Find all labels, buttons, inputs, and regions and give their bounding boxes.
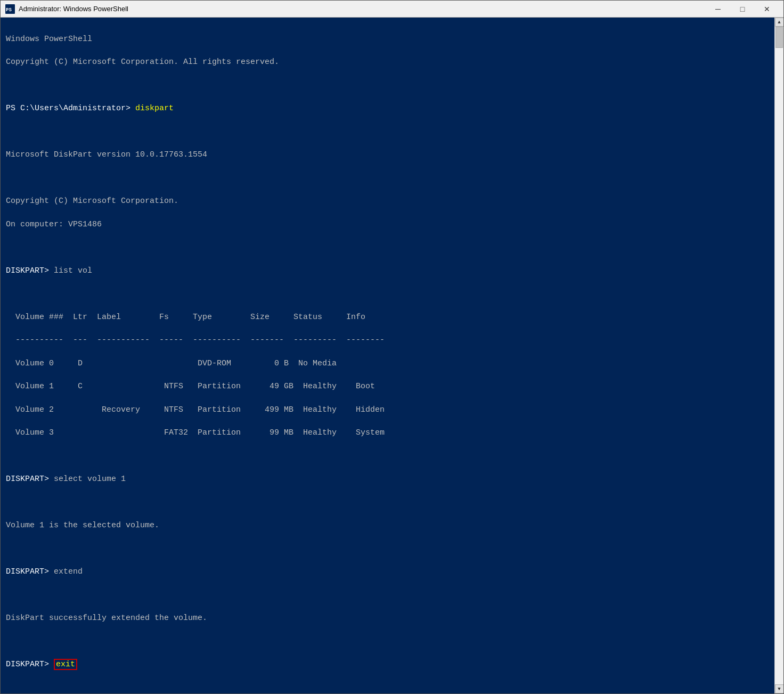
cmd-diskpart: diskpart [135,104,174,113]
terminal-output[interactable]: Windows PowerShell Copyright (C) Microso… [1,18,774,693]
diskpart-prompt-text-2: DISKPART> [6,475,54,484]
cmd-select-volume: select volume 1 [54,475,126,484]
cmd-list-vol: list vol [54,266,92,275]
line-computer-name: On computer: VPS1486 [6,220,102,229]
diskpart-prompt-text-3: DISKPART> [6,567,54,576]
prompt-text-1: PS C:\Users\Administrator> [6,104,135,113]
scrollbar-track[interactable] [775,27,783,684]
col-header: Volume ### Ltr Label Fs Type Size Status… [6,313,365,322]
diskpart-prompt-2: DISKPART> select volume 1 [6,475,126,484]
diskpart-prompt-1: DISKPART> list vol [6,266,92,275]
scrollbar-thumb[interactable] [775,27,783,48]
scroll-up-button[interactable]: ▲ [775,18,784,27]
maximize-button[interactable]: □ [730,1,755,18]
vol-0: Volume 0 D DVD-ROM 0 B No Media [6,359,337,368]
cmd-extend: extend [54,567,83,576]
line-diskpart-version: Microsoft DiskPart version 10.0.17763.15… [6,150,207,159]
window-title: Administrator: Windows PowerShell [19,5,706,13]
prompt-1: PS C:\Users\Administrator> diskpart [6,104,174,113]
scroll-down-button[interactable]: ▼ [775,684,784,693]
titlebar: PS Administrator: Windows PowerShell ─ □… [1,1,783,18]
scrollbar: ▲ ▼ [774,18,783,693]
close-button[interactable]: ✕ [755,1,779,18]
vol-2: Volume 2 Recovery NTFS Partition 499 MB … [6,405,385,414]
diskpart-prompt-3: DISKPART> extend [6,567,83,576]
col-sep: ---------- --- ----------- ----- -------… [6,336,385,345]
line-extended: DiskPart successfully extended the volum… [6,614,207,623]
content-area: Windows PowerShell Copyright (C) Microso… [1,18,783,693]
minimize-button[interactable]: ─ [706,1,730,18]
svg-text:PS: PS [6,7,12,13]
line-windows-powershell: Windows PowerShell [6,35,92,44]
app-icon: PS [5,4,15,14]
diskpart-prompt-text-1: DISKPART> [6,266,54,275]
vol-3: Volume 3 FAT32 Partition 99 MB Healthy S… [6,428,385,437]
diskpart-prompt-text-4: DISKPART> [6,660,54,669]
diskpart-prompt-4: DISKPART> exit [6,659,77,670]
vol-1: Volume 1 C NTFS Partition 49 GB Healthy … [6,382,375,391]
line-selected-volume: Volume 1 is the selected volume. [6,521,159,530]
cmd-exit-highlighted: exit [54,659,77,670]
window-controls: ─ □ ✕ [706,1,779,18]
line-copyright: Copyright (C) Microsoft Corporation. All… [6,58,279,67]
line-ms-copyright: Copyright (C) Microsoft Corporation. [6,197,178,206]
powershell-window: PS Administrator: Windows PowerShell ─ □… [0,0,784,694]
